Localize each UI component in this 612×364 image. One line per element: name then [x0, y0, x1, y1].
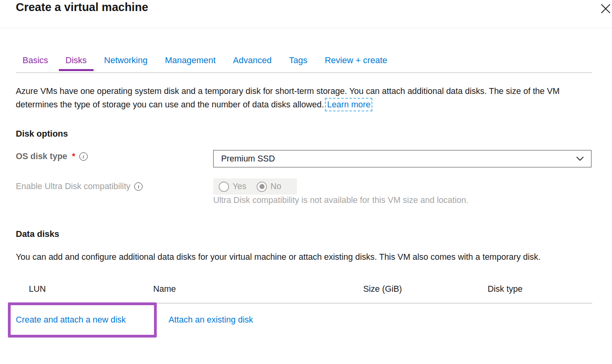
radio-yes[interactable]: Yes: [219, 182, 246, 192]
tab-tags[interactable]: Tags: [289, 55, 307, 71]
column-header-disk-type: Disk type: [488, 284, 592, 294]
info-icon[interactable]: i: [79, 152, 88, 161]
tab-advanced[interactable]: Advanced: [233, 55, 272, 71]
intro-text-body: Azure VMs have one operating system disk…: [16, 86, 560, 109]
page-title: Create a virtual machine: [16, 1, 148, 14]
ultra-disk-helper-text: Ultra Disk compatibility is not availabl…: [213, 195, 468, 205]
os-disk-type-label: OS disk type: [16, 152, 67, 161]
chevron-down-icon: [576, 155, 584, 163]
learn-more-link[interactable]: Learn more: [327, 100, 370, 109]
os-disk-type-value: Premium SSD: [221, 154, 275, 164]
data-disks-table-header: LUN Name Size (GiB) Disk type: [16, 284, 592, 304]
close-icon[interactable]: [599, 2, 612, 16]
intro-text: Azure VMs have one operating system disk…: [16, 84, 588, 111]
tab-basics[interactable]: Basics: [23, 55, 48, 71]
data-disks-actions: Create and attach a new disk Attach an e…: [0, 314, 612, 334]
create-and-attach-new-disk-link[interactable]: Create and attach a new disk: [16, 315, 126, 325]
os-disk-type-dropdown[interactable]: Premium SSD: [213, 150, 591, 167]
data-disks-description: You can add and configure additional dat…: [16, 250, 580, 264]
tabs-divider: [16, 72, 592, 73]
wizard-tabs: Basics Disks Networking Management Advan…: [23, 55, 387, 71]
column-header-size: Size (GiB): [363, 284, 488, 294]
ultra-disk-label: Enable Ultra Disk compatibility: [16, 182, 130, 191]
disk-options-heading: Disk options: [16, 129, 68, 139]
tab-management[interactable]: Management: [165, 55, 216, 71]
column-header-lun: LUN: [16, 284, 153, 294]
create-vm-dialog: Create a virtual machine Basics Disks Ne…: [0, 0, 612, 364]
radio-no[interactable]: No: [257, 182, 281, 192]
ultra-disk-label-row: Enable Ultra Disk compatibility i: [16, 182, 143, 191]
attach-existing-disk-link[interactable]: Attach an existing disk: [169, 315, 253, 325]
radio-no-label: No: [270, 182, 281, 191]
os-disk-type-label-row: OS disk type * i: [16, 152, 88, 161]
radio-no-circle: [257, 182, 267, 192]
radio-yes-circle: [219, 182, 229, 192]
required-asterisk: *: [72, 152, 75, 161]
tab-networking[interactable]: Networking: [104, 55, 148, 71]
column-header-name: Name: [153, 284, 363, 294]
tab-disks[interactable]: Disks: [66, 55, 87, 71]
radio-yes-label: Yes: [233, 182, 246, 191]
ultra-disk-radio-group: Yes No: [213, 178, 297, 195]
header-divider: [0, 28, 612, 28]
data-disks-heading: Data disks: [16, 229, 59, 239]
tab-review-create[interactable]: Review + create: [325, 55, 387, 71]
info-icon[interactable]: i: [134, 182, 143, 191]
